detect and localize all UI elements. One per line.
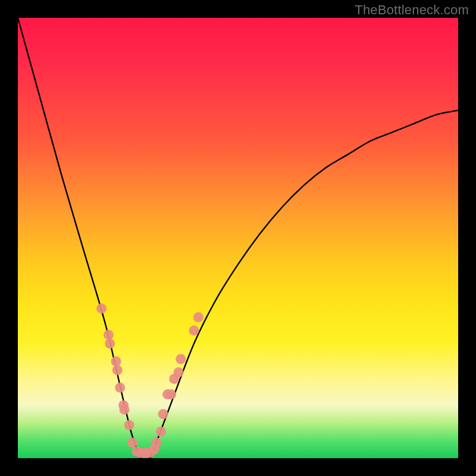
marker-dot [158, 409, 168, 419]
marker-dot [105, 339, 115, 349]
chart-frame: TheBottleneck.com [0, 0, 476, 476]
marker-dot [193, 312, 203, 322]
marker-dot [115, 383, 125, 393]
marker-dot [124, 420, 134, 430]
curve-markers [96, 303, 203, 458]
curve-layer [18, 18, 458, 458]
marker-dot [156, 427, 166, 437]
marker-dot [96, 303, 107, 314]
marker-dot [189, 325, 199, 336]
marker-dot [166, 389, 176, 399]
marker-dot [152, 438, 162, 448]
plot-area [18, 18, 458, 458]
marker-dot [120, 405, 130, 415]
bottleneck-curve [18, 18, 458, 458]
marker-dot [111, 356, 121, 367]
marker-dot [112, 365, 123, 375]
marker-dot [104, 330, 114, 340]
marker-dot [127, 438, 137, 448]
marker-dot [174, 367, 184, 377]
watermark-text: TheBottleneck.com [355, 2, 469, 18]
marker-dot [176, 354, 186, 364]
